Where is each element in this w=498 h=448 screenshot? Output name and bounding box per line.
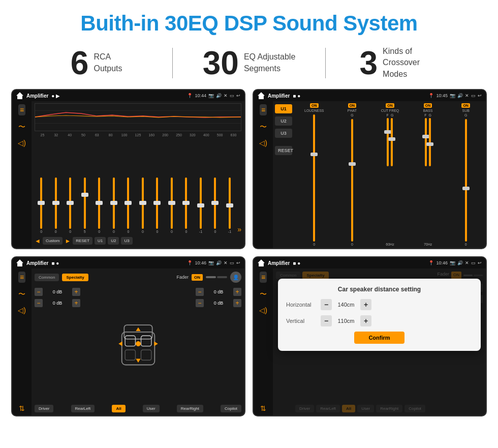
vertical-minus[interactable]: − [321,315,332,326]
slider-sub[interactable] [465,119,467,242]
eq-slider-9[interactable]: 0 [165,177,179,233]
eq-slider-6[interactable]: 0 [121,177,135,233]
reset-btn-2[interactable]: RESET [275,146,292,155]
vol-plus-rl[interactable]: + [72,299,80,307]
bg-bottom-btns: Driver RearLeft All User RearRight Copil… [295,405,483,412]
vol-minus-rr[interactable]: − [196,299,204,307]
profile-icon[interactable]: 👤 [230,272,241,283]
vol-plus-rr[interactable]: + [233,299,241,307]
eq-slider-0[interactable]: 0 [35,177,48,233]
status-bar-3: Amplifier ■ ● 📍 10:46 📷 🔊 ✕ ▭ ↩ [12,257,244,268]
eq-slider-7[interactable]: 0 [136,177,150,233]
eq-slider-10[interactable]: 0 [179,177,193,233]
bg-rearright-btn: RearRight [376,405,402,412]
home-icon-3[interactable] [16,259,23,266]
u3-button-1[interactable]: U3 [121,237,132,245]
vol-plus-fl[interactable]: + [72,288,80,296]
vol-minus-fl[interactable]: − [35,288,43,296]
eq-slider-4[interactable]: 0 [92,177,106,233]
wave-icon-2[interactable]: 〜 [260,123,267,132]
speaker-icon-3[interactable]: ◁) [18,306,26,314]
confirm-button[interactable]: Confirm [354,332,404,344]
u3-btn[interactable]: U3 [275,129,292,138]
on-badge-bass[interactable]: ON [424,103,432,108]
driver-btn[interactable]: Driver [35,405,53,412]
user-btn[interactable]: User [143,405,160,412]
speaker-icon-2[interactable]: ◁) [259,139,267,147]
features-row: 6 RCA Outputs 30 EQ Adjustable Segments … [0,41,498,89]
fader-on-badge[interactable]: ON [192,274,203,281]
camera-icon-4: 📷 [450,260,455,265]
eq-slider-13[interactable]: -1 [223,177,237,233]
prev-button[interactable]: ◄ [35,237,41,245]
custom-preset[interactable]: Custom [43,237,63,245]
on-badge-cutfreq[interactable]: ON [386,103,394,108]
arrow-icon-4[interactable]: ⇅ [260,404,266,412]
eq-icon-3[interactable]: ≡ [18,272,25,283]
volume-icon-4: 🔊 [457,260,463,265]
slider-loudness[interactable] [313,114,315,242]
copilot-btn[interactable]: Copilot [221,405,241,412]
speaker-icon-4[interactable]: ◁) [259,306,267,314]
back-icon-4: ↩ [478,260,482,265]
eq-slider-8[interactable]: 0 [150,177,164,233]
vol-minus-rl[interactable]: − [35,299,43,307]
vertical-plus[interactable]: + [360,315,371,326]
status-right-1: 📍 10:44 📷 🔊 ✕ ▭ ↩ [187,93,240,98]
rearleft-btn[interactable]: RearLeft [71,405,95,412]
home-icon-4[interactable] [258,259,265,266]
eq-icon-2[interactable]: ≡ [260,104,267,115]
home-icon-2[interactable] [258,92,265,99]
bg-user-btn: User [357,405,374,412]
vol-value-rl: 0 dB [45,301,70,306]
all-btn[interactable]: All [112,405,125,412]
feature-eq: 30 EQ Adjustable Segments [173,47,325,79]
next-button[interactable]: ► [65,237,71,245]
screen-fader: Amplifier ■ ● 📍 10:46 📷 🔊 ✕ ▭ ↩ ≡ 〜 ◁) ⇅ [11,256,245,416]
horizontal-minus[interactable]: − [321,299,332,310]
on-badge-sub[interactable]: ON [461,103,470,108]
slider-cutfreq-f[interactable] [387,118,389,166]
speaker-icon[interactable]: ◁) [18,139,26,147]
eq-slider-11[interactable]: -1 [194,177,208,233]
eq-slider-12[interactable]: 0 [208,177,222,233]
eq-slider-5[interactable]: 0 [107,177,121,233]
horizontal-plus[interactable]: + [360,299,371,310]
back-icon-2: ↩ [478,93,482,98]
u1-btn[interactable]: U1 [275,104,292,113]
tab-common[interactable]: Common [35,274,59,281]
wave-icon-4[interactable]: 〜 [260,290,267,299]
wave-icon-3[interactable]: 〜 [18,290,25,299]
u2-button-1[interactable]: U2 [108,237,119,245]
slider-cutfreq-g[interactable] [391,118,393,166]
vol-plus-fr[interactable]: + [233,288,241,296]
eq-slider-2[interactable]: 0 [64,177,77,233]
reset-button-1[interactable]: RESET [73,237,92,245]
tab-specialty[interactable]: Specialty [62,274,88,281]
status-bar-4: Amplifier ■ ● 📍 10:46 📷 🔊 ✕ ▭ ↩ [254,257,486,268]
u2-btn[interactable]: U2 [275,116,292,126]
on-badge-loudness[interactable]: ON [310,103,319,108]
feature-text-rca-1: RCA [94,51,122,63]
volume-icon-1: 🔊 [216,93,222,98]
eq-slider-3[interactable]: 5 [78,177,92,233]
left-sidebar-3: ≡ 〜 ◁) ⇅ [12,268,32,415]
more-icon[interactable]: » [237,225,241,233]
u-buttons: U1 U2 U3 RESET [273,101,294,248]
arrow-icon-3[interactable]: ⇅ [19,404,25,412]
vol-minus-fr[interactable]: − [196,288,204,296]
screen4-time: 10:46 [436,260,448,265]
slider-phat[interactable] [351,119,353,242]
slider-bass-g[interactable] [429,118,431,166]
home-icon-1[interactable] [16,92,23,99]
on-badge-phat[interactable]: ON [348,103,357,108]
u1-button-1[interactable]: U1 [95,237,106,245]
rearright-btn[interactable]: RearRight [177,405,203,412]
eq-icon-4[interactable]: ≡ [260,272,267,283]
horizontal-label: Horizontal [286,302,317,308]
wave-icon[interactable]: 〜 [18,123,25,132]
eq-slider-1[interactable]: 0 [49,177,63,233]
bg-driver-btn: Driver [295,405,314,412]
eq-icon[interactable]: ≡ [18,104,25,115]
fader-top-row: Common Specialty Fader ON 👤 [35,272,241,283]
